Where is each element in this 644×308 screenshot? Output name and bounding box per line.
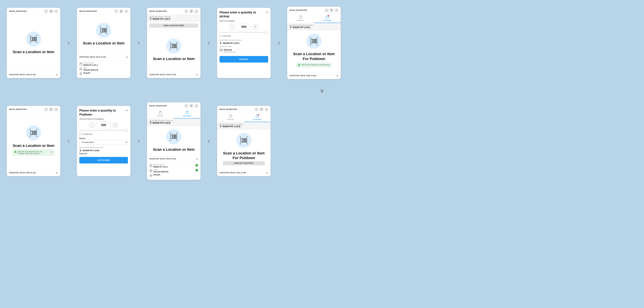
success-close-6[interactable]: ✕ — [51, 151, 53, 154]
putdown-action-button[interactable]: PUTDOWN — [79, 157, 128, 164]
screen-2-body: Scan a Location or Item — [77, 15, 130, 54]
tab-putdown-9[interactable]: 1 PUTDOWN — [244, 113, 270, 122]
view-items-button[interactable]: VIEW LOCATION ITEMS — [150, 24, 198, 28]
tab-pickup-5[interactable]: PICKUP — [287, 14, 314, 23]
scan-icon-wrap-2 — [96, 23, 111, 38]
scan-barcode-icon — [29, 35, 38, 44]
qty-input-field[interactable] — [237, 24, 250, 30]
svg-text:▪: ▪ — [52, 12, 52, 12]
qty-minus-btn-7[interactable]: − — [89, 122, 95, 128]
modal-location-name-4: WAER-PF-LOC1 — [223, 42, 240, 44]
footer-chevron-5: ∧ — [336, 74, 338, 77]
qr-icon-6[interactable] — [50, 108, 53, 111]
tab-putdown-8[interactable]: PUTDOWN — [174, 109, 200, 118]
svg-rect-47 — [316, 39, 317, 43]
footer-chevron-9: ∧ — [266, 171, 268, 174]
location-pin-icon — [150, 18, 152, 20]
show-inventory-button[interactable]: SHOW MY INVENTORY — [223, 161, 265, 165]
screen-3-footer[interactable]: INVENTORY MOVE TASK ID 992 ∧ — [147, 71, 200, 78]
svg-rect-24 — [191, 10, 191, 11]
pickup-all-checkbox[interactable] — [220, 35, 222, 37]
scan-barcode-icon-3 — [170, 42, 178, 50]
scan-icon-wrap — [26, 32, 41, 46]
qr-icon[interactable]: ▪ — [50, 10, 53, 13]
user-icon-5[interactable] — [335, 8, 338, 12]
history-icon-9[interactable] — [255, 108, 258, 111]
qr-icon-8[interactable] — [190, 104, 193, 108]
qty-plus-btn-7[interactable]: + — [112, 122, 118, 128]
user-icon-2[interactable] — [124, 10, 128, 13]
tab-pickup-8[interactable]: PICKUP — [147, 109, 174, 118]
pickup-action-button[interactable]: PICKUP — [220, 56, 268, 62]
qty-plus-btn[interactable]: + — [252, 24, 258, 30]
pickup-icon — [79, 62, 82, 66]
svg-rect-13 — [122, 10, 122, 11]
user-icon-8[interactable] — [195, 104, 198, 108]
screen-2-footer[interactable]: INVENTORY MOVE TASK ID 992 ∧ — [77, 54, 130, 60]
modal-title-4: Please enter a quantity to pickup — [220, 10, 266, 18]
task-pickup-row-8: PICKUP FROM WAER-PF-LOC-1 ✓ — [150, 164, 198, 168]
screen-2-title: MOVE INVENTORY — [79, 10, 97, 12]
modal-location-name-7: WAER-PF-LOC8 — [83, 149, 99, 152]
svg-point-58 — [80, 150, 81, 150]
svg-rect-31 — [174, 44, 175, 48]
svg-point-38 — [336, 10, 337, 10]
location-label-8: Selected Putdown Location — [150, 120, 198, 122]
location-section-label-4: Selected Pickup Location — [217, 39, 270, 41]
screen-9-footer[interactable]: INVENTORY MOVE TASK ID 992 ∧ — [217, 169, 270, 176]
tab-pickup-9[interactable]: PICKUP — [217, 113, 244, 122]
svg-point-77 — [266, 109, 267, 109]
putdown-all-checkbox[interactable] — [79, 133, 82, 135]
user-icon-3[interactable] — [195, 10, 198, 13]
history-icon-2[interactable] — [114, 10, 118, 13]
pickup-all-row: Pickup All — [217, 34, 270, 39]
user-icon-9[interactable] — [265, 108, 268, 111]
location-pin-icon-8 — [150, 122, 152, 124]
screen-6-body: Scan a Location or Item 500x SKU123 remo… — [7, 113, 60, 169]
qty-minus-btn[interactable]: − — [230, 24, 235, 30]
svg-point-33 — [220, 42, 221, 43]
item-icon-8 — [150, 169, 152, 172]
screen-8-footer[interactable]: INVENTORY MOVE TASK ID 992 ∨ — [147, 156, 200, 162]
qty-input-field-7[interactable] — [97, 122, 110, 128]
footer-chevron-6: ∨ — [56, 171, 58, 174]
slider-7[interactable] — [77, 130, 130, 132]
screen-1-footer[interactable]: INVENTORY MOVE TASK ID 992 ∧ — [7, 71, 60, 78]
qr-icon-5[interactable] — [330, 8, 333, 12]
history-icon-3[interactable] — [185, 10, 188, 13]
history-icon-8[interactable] — [185, 104, 188, 108]
history-icon-6[interactable] — [44, 108, 48, 111]
screen-5: MOVE INVENTORY — [287, 7, 341, 79]
modal-close-7[interactable]: ✕ — [126, 109, 128, 112]
svg-rect-30 — [173, 44, 174, 48]
svg-rect-70 — [150, 165, 152, 167]
slider-4[interactable] — [217, 32, 270, 34]
qty-control-4: − + — [217, 24, 270, 32]
location-name-9: WAER-PF-LOC8 — [220, 125, 268, 128]
svg-rect-50 — [51, 109, 52, 109]
item-section-label-4: Selected Item — [217, 45, 270, 48]
tabs-bar-8: PICKUP PUTDOWN — [147, 109, 200, 119]
tab-putdown-5[interactable]: 1 PUTDOWN — [314, 14, 340, 23]
user-icon-6[interactable] — [54, 108, 58, 111]
reason-select-7[interactable]: Reorganisation — [79, 140, 128, 145]
screen-5-footer[interactable]: INVENTORY MOVE TASK ID 992 ∧ — [287, 72, 340, 79]
screen-6-footer[interactable]: INVENTORY MOVE TASK ID 992 ∨ — [7, 169, 60, 176]
svg-rect-46 — [315, 39, 315, 43]
pickup-tab-icon-9 — [229, 114, 232, 118]
location-label-5: Selected Putdown Location — [290, 24, 338, 26]
qr-icon-3[interactable] — [190, 10, 193, 13]
screen-3-body: Scan a Location or Item — [147, 28, 200, 71]
user-icon[interactable] — [54, 10, 58, 13]
svg-rect-49 — [50, 109, 51, 109]
modal-close-4[interactable]: ✕ — [266, 10, 268, 14]
qr-icon-9[interactable] — [260, 108, 263, 111]
screen-9-header: MOVE INVENTORY — [217, 106, 270, 113]
history-icon-5[interactable] — [325, 8, 328, 12]
footer-task-label-3: INVENTORY MOVE TASK ID 992 — [150, 74, 176, 76]
history-icon[interactable] — [44, 10, 48, 13]
qr-icon-2[interactable] — [120, 10, 123, 13]
scan-label-9: Scan a Location or Item For Putdown — [220, 151, 267, 160]
task-dropoff-row: Dropoff — [79, 72, 128, 75]
svg-rect-44 — [311, 39, 312, 43]
